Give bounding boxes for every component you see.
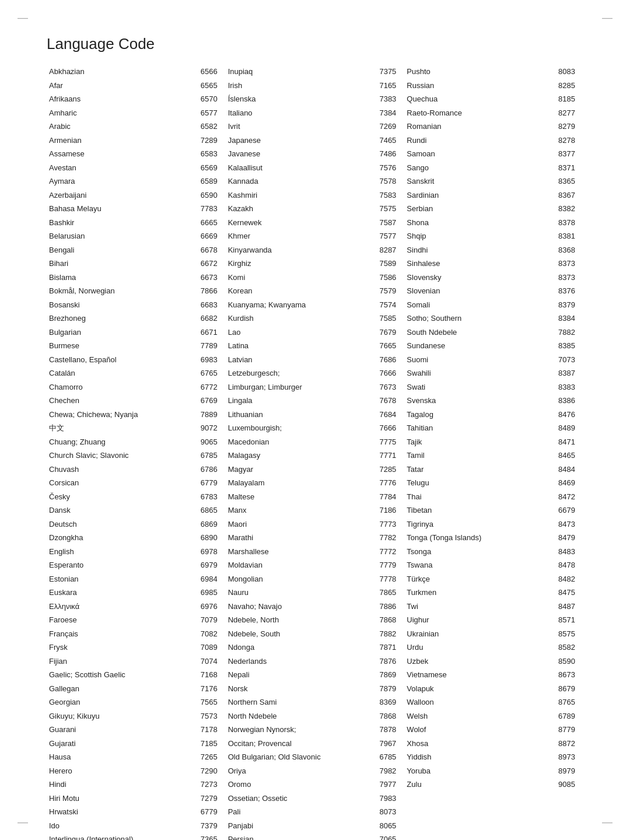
table-row: Raeto-Romance8277 xyxy=(404,106,578,120)
language-column-1: Abkhazian6566Afar6565Afrikaans6570Amhari… xyxy=(47,65,226,840)
table-row: Rundi8278 xyxy=(404,134,578,148)
lang-table-2: Inupiaq7375Irish7165Íslenska7383Italiano… xyxy=(226,65,399,840)
language-name: Ossetian; Ossetic xyxy=(226,792,366,806)
language-name: Guarani xyxy=(47,723,186,737)
language-code: 7574 xyxy=(366,298,398,312)
language-name: Tibetan xyxy=(404,503,539,517)
language-code: 8483 xyxy=(539,545,578,559)
language-name: Chuvash xyxy=(47,463,186,477)
table-row: Burmese7789 xyxy=(47,339,220,353)
language-name: Tsonga xyxy=(404,545,539,559)
table-row: Ido7379 xyxy=(47,819,220,833)
table-row: Estonian6984 xyxy=(47,572,220,586)
language-code: 8673 xyxy=(539,668,578,682)
language-code: 7383 xyxy=(366,92,398,106)
language-name: Quechua xyxy=(404,92,539,106)
table-row: Ndebele, North7868 xyxy=(226,613,399,627)
language-name: Korean xyxy=(226,284,366,298)
language-code: 8469 xyxy=(539,476,578,490)
language-code: 8385 xyxy=(539,339,578,353)
table-row: Ukrainian8575 xyxy=(404,627,578,641)
language-code: 8582 xyxy=(539,640,578,654)
language-code: 8083 xyxy=(539,65,578,79)
table-row: Chewa; Chichewa; Nyanja7889 xyxy=(47,408,220,422)
language-code: 9065 xyxy=(186,435,220,449)
language-code: 8489 xyxy=(539,421,578,435)
language-code: 6671 xyxy=(186,326,220,340)
language-name: Letzeburgesch; xyxy=(226,366,366,380)
language-code: 7269 xyxy=(366,120,398,134)
table-row: Swahili8387 xyxy=(404,366,578,380)
language-name: Norsk xyxy=(226,682,366,696)
language-code: 8575 xyxy=(539,627,578,641)
table-row: Sango8371 xyxy=(404,161,578,175)
table-row: Persian7065 xyxy=(226,832,399,840)
table-row: Armenian7289 xyxy=(47,134,220,148)
language-code: 7573 xyxy=(186,709,220,723)
table-row: Vietnamese8673 xyxy=(404,668,578,682)
table-row: Ελληνικά6976 xyxy=(47,600,220,614)
table-row: Tonga (Tonga Islands)8479 xyxy=(404,531,578,545)
language-code: 7882 xyxy=(539,326,578,340)
table-row: Bislama6673 xyxy=(47,271,220,285)
language-name: Aymara xyxy=(47,174,186,188)
language-code: 8779 xyxy=(539,723,578,737)
table-row: Manx7186 xyxy=(226,503,399,517)
table-row: Deutsch6869 xyxy=(47,517,220,531)
table-row: Nederlands7876 xyxy=(226,654,399,668)
corner-mark-tr: — xyxy=(602,12,612,24)
language-name: Moldavian xyxy=(226,558,366,572)
table-row: Gikuyu; Kikuyu7573 xyxy=(47,709,220,723)
language-code: 8872 xyxy=(539,737,578,751)
language-code: 6589 xyxy=(186,174,220,188)
table-row: Kuanyama; Kwanyama7574 xyxy=(226,298,399,312)
language-name: Uighur xyxy=(404,613,539,627)
table-row: Walloon8765 xyxy=(404,695,578,709)
table-row: Tibetan6679 xyxy=(404,503,578,517)
table-row: Tamil8465 xyxy=(404,449,578,463)
language-name: Dansk xyxy=(47,503,186,517)
language-name: Slovensky xyxy=(404,271,539,285)
table-row: Inupiaq7375 xyxy=(226,65,399,79)
language-code: 7868 xyxy=(366,709,398,723)
language-code: 6683 xyxy=(186,298,220,312)
language-code: 8590 xyxy=(539,654,578,668)
table-row: North Ndebele7868 xyxy=(226,709,399,723)
corner-mark-tl: — xyxy=(18,12,28,24)
language-code: 8378 xyxy=(539,216,578,230)
table-row: Bengali6678 xyxy=(47,243,220,257)
table-row: Thai8472 xyxy=(404,490,578,504)
table-row: Kurdish7585 xyxy=(226,312,399,326)
language-code: 6566 xyxy=(186,65,220,79)
language-name: Japanese xyxy=(226,134,366,148)
language-code: 6672 xyxy=(186,257,220,271)
language-name: Telugu xyxy=(404,476,539,490)
language-name: 中文 xyxy=(47,421,186,435)
language-code: 8278 xyxy=(539,134,578,148)
language-name: Magyar xyxy=(226,463,366,477)
language-code: 7878 xyxy=(366,723,398,737)
language-code: 7983 xyxy=(366,792,398,806)
table-row: Fijian7074 xyxy=(47,654,220,668)
table-row: Lingala7678 xyxy=(226,394,399,408)
language-name: Faroese xyxy=(47,613,186,627)
language-name: Maltese xyxy=(226,490,366,504)
language-name: Dzongkha xyxy=(47,531,186,545)
language-code: 7778 xyxy=(366,572,398,586)
table-row: Brezhoneg6682 xyxy=(47,312,220,326)
language-code: 8381 xyxy=(539,229,578,243)
table-row: Tagalog8476 xyxy=(404,408,578,422)
language-name: Norwegian Nynorsk; xyxy=(226,723,366,737)
language-code: 8371 xyxy=(539,161,578,175)
language-name: Northern Sami xyxy=(226,695,366,709)
language-name: Sindhi xyxy=(404,243,539,257)
language-name: Assamese xyxy=(47,147,186,161)
table-row: Amharic6577 xyxy=(47,106,220,120)
language-name: Romanian xyxy=(404,120,539,134)
language-code: 7165 xyxy=(366,79,398,93)
table-row: Quechua8185 xyxy=(404,92,578,106)
table-row: Guarani7178 xyxy=(47,723,220,737)
table-row: Navaho; Navajo7886 xyxy=(226,600,399,614)
language-code: 7889 xyxy=(186,408,220,422)
table-row: Turkmen8475 xyxy=(404,586,578,600)
